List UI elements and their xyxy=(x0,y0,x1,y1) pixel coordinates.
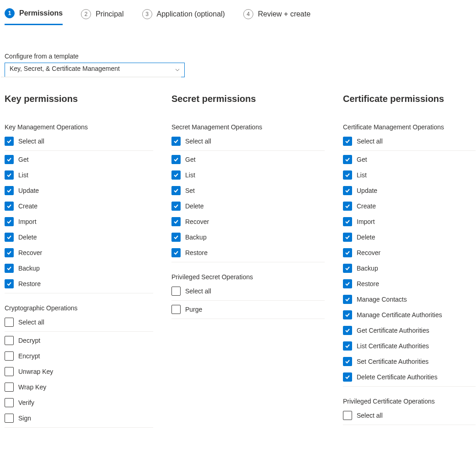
permission-row[interactable]: List Certificate Authorities xyxy=(343,338,476,354)
permission-row[interactable]: Update xyxy=(343,183,476,198)
checkbox[interactable] xyxy=(171,233,181,242)
checkbox[interactable] xyxy=(343,279,352,288)
select-all-row[interactable]: Select all xyxy=(343,133,476,151)
checkbox[interactable] xyxy=(5,155,14,164)
permission-row[interactable]: Recover xyxy=(343,245,476,261)
permission-row[interactable]: Recover xyxy=(5,245,153,261)
step-number-icon: 2 xyxy=(81,9,91,19)
tab-review-create[interactable]: 4Review + create xyxy=(243,5,310,25)
checkbox[interactable] xyxy=(5,383,14,392)
checkbox[interactable] xyxy=(5,367,14,376)
checkbox[interactable] xyxy=(343,137,352,146)
permission-row[interactable]: Create xyxy=(343,198,476,214)
permission-label: Select all xyxy=(185,138,211,145)
checkbox[interactable] xyxy=(171,217,181,226)
checkbox[interactable] xyxy=(5,414,14,423)
permission-row[interactable]: Restore xyxy=(343,276,476,292)
checkbox[interactable] xyxy=(5,248,14,257)
permission-row[interactable]: Create xyxy=(5,198,153,214)
permission-row[interactable]: Import xyxy=(5,214,153,229)
checkbox[interactable] xyxy=(343,202,352,211)
permission-row[interactable]: Manage Contacts xyxy=(343,292,476,307)
checkbox[interactable] xyxy=(171,287,181,296)
checkbox[interactable] xyxy=(5,351,14,361)
checkbox[interactable] xyxy=(343,357,352,366)
checkbox[interactable] xyxy=(5,264,14,273)
checkbox[interactable] xyxy=(5,398,14,407)
checkbox[interactable] xyxy=(5,279,14,288)
checkbox[interactable] xyxy=(343,372,352,382)
select-all-row[interactable]: Select all xyxy=(343,408,476,425)
tab-application-optional-[interactable]: 3Application (optional) xyxy=(142,5,225,25)
permission-row[interactable]: Delete xyxy=(171,198,325,214)
checkbox[interactable] xyxy=(343,295,352,304)
permission-label: Create xyxy=(357,202,376,210)
permission-row[interactable]: Update xyxy=(5,183,153,198)
permission-row[interactable]: Purge xyxy=(171,302,325,319)
permission-row[interactable]: Wrap Key xyxy=(5,379,153,395)
checkbox[interactable] xyxy=(5,318,14,327)
checkbox[interactable] xyxy=(171,137,181,146)
checkbox[interactable] xyxy=(343,310,352,319)
permission-row[interactable]: Get xyxy=(171,152,325,167)
select-all-row[interactable]: Select all xyxy=(171,283,325,301)
permission-row[interactable]: Manage Certificate Authorities xyxy=(343,307,476,323)
permission-row[interactable]: Get xyxy=(343,152,476,167)
checkbox[interactable] xyxy=(171,248,181,257)
template-select[interactable]: Key, Secret, & Certificate Management xyxy=(5,63,185,77)
checkbox[interactable] xyxy=(343,170,352,180)
permission-row[interactable]: List xyxy=(343,167,476,183)
permission-row[interactable]: List xyxy=(171,167,325,183)
checkbox[interactable] xyxy=(343,326,352,335)
checkbox[interactable] xyxy=(5,217,14,226)
permission-row[interactable]: Recover xyxy=(171,214,325,229)
checkbox[interactable] xyxy=(343,186,352,195)
checkbox[interactable] xyxy=(5,233,14,242)
checkbox[interactable] xyxy=(171,305,181,314)
tab-permissions[interactable]: 1Permissions xyxy=(5,5,63,25)
group-title: Privileged Secret Operations xyxy=(171,273,325,281)
permission-label: List xyxy=(357,171,367,179)
permission-row[interactable]: Backup xyxy=(171,229,325,245)
checkbox[interactable] xyxy=(5,186,14,195)
permission-row[interactable]: Decrypt xyxy=(5,333,153,348)
permission-row[interactable]: Set xyxy=(171,183,325,198)
checkbox[interactable] xyxy=(5,336,14,345)
permission-row[interactable]: Get xyxy=(5,152,153,167)
checkbox[interactable] xyxy=(5,170,14,180)
checkbox[interactable] xyxy=(171,202,181,211)
select-all-row[interactable]: Select all xyxy=(171,133,325,151)
checkbox[interactable] xyxy=(171,170,181,180)
permission-row[interactable]: Delete Certificate Authorities xyxy=(343,369,476,387)
checkbox[interactable] xyxy=(343,217,352,226)
permission-row[interactable]: List xyxy=(5,167,153,183)
checkbox[interactable] xyxy=(5,202,14,211)
permission-row[interactable]: Sign xyxy=(5,410,153,428)
permission-row[interactable]: Import xyxy=(343,214,476,229)
permission-row[interactable]: Verify xyxy=(5,395,153,410)
checkbox[interactable] xyxy=(171,186,181,195)
checkbox[interactable] xyxy=(5,137,14,146)
checkbox[interactable] xyxy=(343,233,352,242)
permission-row[interactable]: Restore xyxy=(5,276,153,293)
checkbox[interactable] xyxy=(343,411,352,420)
permission-row[interactable]: Backup xyxy=(343,261,476,276)
checkbox[interactable] xyxy=(343,341,352,351)
checkbox[interactable] xyxy=(171,155,181,164)
permission-row[interactable]: Delete xyxy=(343,229,476,245)
permission-row[interactable]: Backup xyxy=(5,261,153,276)
select-all-row[interactable]: Select all xyxy=(5,314,153,332)
permission-row[interactable]: Get Certificate Authorities xyxy=(343,323,476,338)
select-all-row[interactable]: Select all xyxy=(5,133,153,151)
permission-group: Cryptographic OperationsSelect allDecryp… xyxy=(5,304,153,428)
checkbox[interactable] xyxy=(343,248,352,257)
permission-row[interactable]: Delete xyxy=(5,229,153,245)
permission-row[interactable]: Set Certificate Authorities xyxy=(343,354,476,369)
tab-principal[interactable]: 2Principal xyxy=(81,5,123,25)
permission-label: Purge xyxy=(185,306,202,313)
permission-row[interactable]: Unwrap Key xyxy=(5,364,153,379)
permission-row[interactable]: Encrypt xyxy=(5,348,153,364)
permission-row[interactable]: Restore xyxy=(171,245,325,262)
checkbox[interactable] xyxy=(343,155,352,164)
checkbox[interactable] xyxy=(343,264,352,273)
